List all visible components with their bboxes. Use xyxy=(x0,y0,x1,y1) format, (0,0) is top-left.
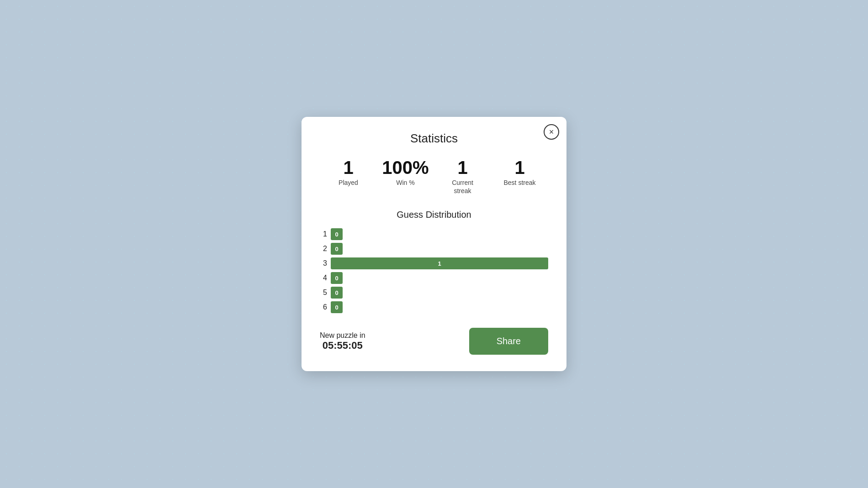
dist-bar-2: 0 xyxy=(331,243,343,255)
dist-bar-6: 0 xyxy=(331,301,343,313)
dist-bar-container-1: 0 xyxy=(331,228,548,240)
current-streak-value: 1 xyxy=(457,158,467,177)
dist-row-5: 5 0 xyxy=(320,287,548,299)
dist-row-4: 4 0 xyxy=(320,272,548,284)
played-label: Played xyxy=(339,178,358,187)
dist-row-2: 2 0 xyxy=(320,243,548,255)
share-button[interactable]: Share xyxy=(469,328,548,355)
dist-row-3: 3 1 xyxy=(320,257,548,269)
close-button[interactable]: × xyxy=(544,124,559,140)
modal-footer: New puzzle in 05:55:05 Share xyxy=(320,328,548,355)
dist-bar-1: 0 xyxy=(331,228,343,240)
best-streak-value: 1 xyxy=(514,158,524,177)
current-streak-label: Currentstreak xyxy=(452,178,473,195)
dist-bar-container-3: 1 xyxy=(331,257,548,269)
guess-distribution: Guess Distribution 1 0 2 0 3 1 4 0 5 xyxy=(320,210,548,313)
dist-bar-container-5: 0 xyxy=(331,287,548,299)
dist-label-3: 3 xyxy=(320,259,327,268)
dist-bar-container-6: 0 xyxy=(331,301,548,313)
dist-row-6: 6 0 xyxy=(320,301,548,313)
distribution-title: Guess Distribution xyxy=(320,210,548,220)
next-puzzle-label: New puzzle in xyxy=(320,331,365,340)
dist-row-1: 1 0 xyxy=(320,228,548,240)
dist-bar-5: 0 xyxy=(331,287,343,299)
stat-win-pct: 100% Win % xyxy=(377,158,434,195)
win-pct-value: 100% xyxy=(382,158,429,177)
played-value: 1 xyxy=(343,158,353,177)
stats-row: 1 Played 100% Win % 1 Currentstreak 1 Be… xyxy=(320,158,548,195)
dist-label-6: 6 xyxy=(320,303,327,311)
dist-bar-container-4: 0 xyxy=(331,272,548,284)
dist-bar-container-2: 0 xyxy=(331,243,548,255)
best-streak-label: Best streak xyxy=(503,178,535,187)
dist-label-5: 5 xyxy=(320,289,327,297)
win-pct-label: Win % xyxy=(396,178,414,187)
stat-current-streak: 1 Currentstreak xyxy=(434,158,491,195)
close-icon: × xyxy=(549,128,554,136)
next-puzzle-section: New puzzle in 05:55:05 xyxy=(320,331,365,352)
dist-bar-4: 0 xyxy=(331,272,343,284)
statistics-modal: × Statistics 1 Played 100% Win % 1 Curre… xyxy=(302,117,566,371)
dist-label-1: 1 xyxy=(320,230,327,238)
next-puzzle-timer: 05:55:05 xyxy=(320,340,365,352)
stat-best-streak: 1 Best streak xyxy=(491,158,548,195)
dist-label-4: 4 xyxy=(320,274,327,282)
dist-label-2: 2 xyxy=(320,245,327,253)
modal-title: Statistics xyxy=(320,131,548,146)
dist-bar-3: 1 xyxy=(331,257,548,269)
stat-played: 1 Played xyxy=(320,158,377,195)
